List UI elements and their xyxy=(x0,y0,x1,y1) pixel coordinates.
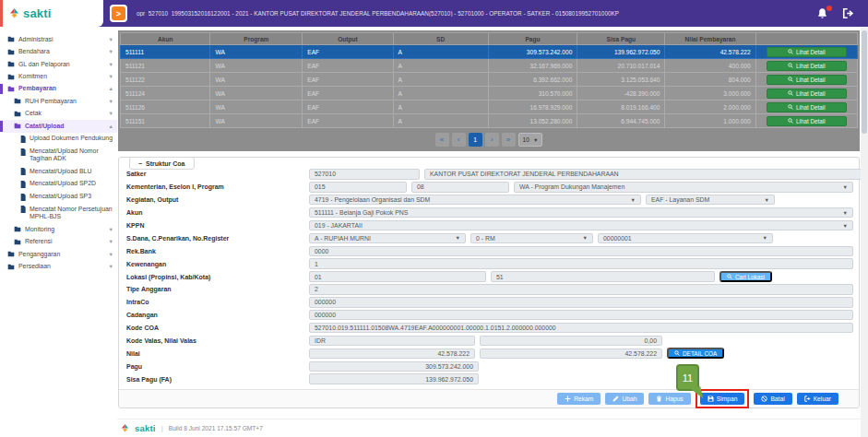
sidebar-toggle-button[interactable]: > xyxy=(112,6,125,20)
sidebar-item-persediaan[interactable]: Persediaan▼ xyxy=(0,260,117,272)
sidebar-item-komitmen[interactable]: Komitmen▼ xyxy=(0,70,117,82)
chevron-down-icon: ▼ xyxy=(631,197,636,203)
sidebar-item-bendahara[interactable]: Bendahara▼ xyxy=(0,45,117,57)
table-row[interactable]: 511126WAEAFA16.978.929.0008.019.166.4002… xyxy=(121,100,858,114)
cell-sd: A xyxy=(393,114,488,128)
akun-select[interactable]: 511111 - Belanja Gaji Pokok PNS ▼ xyxy=(309,207,853,218)
batal-button[interactable]: Batal xyxy=(754,393,791,405)
pagination: «‹1›»10▼ xyxy=(120,128,858,151)
rek-bank-input[interactable]: 0000 xyxy=(309,246,853,257)
kode-coa-input[interactable]: 527010.019.511111.01508WA.4719EAF.A00000… xyxy=(309,323,853,334)
page-size-select[interactable]: 10▼ xyxy=(518,133,543,147)
keluar-button[interactable]: Keluar xyxy=(797,393,838,405)
chevron-down-icon: ▼ xyxy=(843,223,848,229)
satker-name-input[interactable]: KANTOR PUSAT DIREKTORAT JENDERAL PERBEND… xyxy=(424,169,868,180)
chevron-down-icon: ▼ xyxy=(583,235,588,241)
sidebar-item-monitoring[interactable]: Monitoring▼ xyxy=(0,223,117,235)
lihat-detail-button[interactable]: Lihat Detail xyxy=(767,75,847,85)
form-row-kode-valas: Kode Valas, Nilai Valas IDR 0,00 xyxy=(125,335,853,348)
output-select-value: EAF - Layanan SDM xyxy=(651,196,709,203)
table-row[interactable]: 511151WAEAFA13.052.280.0006.944.745.0001… xyxy=(121,114,858,128)
column-header: SD xyxy=(393,33,488,45)
struktur-coa-tab[interactable]: − Struktur Coa xyxy=(129,157,195,170)
nilai-input-2[interactable]: 42.578.222 xyxy=(480,348,662,360)
notification-bell-icon[interactable] xyxy=(816,7,829,20)
table-row[interactable]: 511124WAEAFA310.570.000-428.390.0003.000… xyxy=(121,87,858,100)
page-1-button[interactable]: 1 xyxy=(469,133,482,147)
sidebar-item-penganggaran[interactable]: Penganggaran▼ xyxy=(0,248,117,260)
page-scrollbar[interactable] xyxy=(861,27,868,437)
pagu-input[interactable]: 309.573.242.000 xyxy=(309,361,479,372)
folder-icon xyxy=(7,49,15,55)
table-row[interactable]: 511111WAEAFA309.573.242.000139.962.972.0… xyxy=(121,45,858,59)
kppn-select[interactable]: 019 - JAKARTAII ▼ xyxy=(309,220,853,231)
rekam-label: Rekam xyxy=(574,396,593,402)
sumber-dana-select[interactable]: A - RUPIAH MURNI ▼ xyxy=(309,233,466,244)
no-register-select[interactable]: 00000001 ▼ xyxy=(598,233,773,244)
eselon-code-input[interactable]: 08 xyxy=(411,182,509,193)
hapus-button[interactable]: Hapus xyxy=(648,393,690,405)
program-select[interactable]: WA - Program Dukungan Manajemen ▼ xyxy=(514,182,853,193)
table-row[interactable]: 511122WAEAFA6.392.662.0003.125.053.64080… xyxy=(121,73,858,87)
kab-kota-input[interactable]: 51 xyxy=(491,271,715,282)
cadangan-input[interactable]: 000000 xyxy=(309,310,853,321)
prev-page-button[interactable]: ‹ xyxy=(452,133,466,147)
cell-sisa_pagu: -428.390.000 xyxy=(577,87,665,100)
cell-output: EAF xyxy=(303,45,393,59)
detail-coa-button[interactable]: DETAIL COA xyxy=(667,348,724,359)
sidebar-item-mencatat-upload-sp2d[interactable]: Mencatat/Upload SP2D xyxy=(0,178,117,191)
collapse-icon: − xyxy=(138,160,142,167)
cell-akun: 511111 xyxy=(121,45,210,59)
propinsi-input[interactable]: 01 xyxy=(309,271,486,282)
lihat-detail-button[interactable]: Lihat Detail xyxy=(767,61,847,71)
lihat-detail-button[interactable]: Lihat Detail xyxy=(767,116,847,126)
kode-valas-input[interactable]: IDR xyxy=(309,336,475,347)
sidebar-item-mencatat-upload-sp3[interactable]: Mencatat/Upload SP3 xyxy=(0,191,117,204)
lihat-detail-button[interactable]: Lihat Detail xyxy=(767,47,847,57)
sidebar-item-pembayaran[interactable]: Pembayaran▲ xyxy=(0,83,117,95)
tipe-anggaran-input[interactable]: 2 xyxy=(309,284,853,295)
next-page-button[interactable]: › xyxy=(485,133,499,147)
logout-icon[interactable] xyxy=(842,7,855,19)
lihat-detail-button[interactable]: Lihat Detail xyxy=(767,102,847,112)
output-select[interactable]: EAF - Layanan SDM ▼ xyxy=(646,195,775,206)
satker-code-input[interactable]: 527010 xyxy=(309,169,420,180)
intraco-input[interactable]: 000000 xyxy=(309,297,853,308)
lihat-detail-button[interactable]: Lihat Detail xyxy=(767,89,847,99)
last-page-button[interactable]: » xyxy=(502,133,516,147)
sidebar-item-upload-dokumen-pendukung[interactable]: Upload Dokumen Pendukung xyxy=(0,133,117,146)
sisa-pagu-input[interactable]: 139.962.972.050 xyxy=(309,373,479,384)
cara-penarikan-select[interactable]: 0 - RM ▼ xyxy=(470,233,593,244)
sidebar-item-referensi[interactable]: Referensi▼ xyxy=(0,235,117,247)
file-icon xyxy=(20,148,26,156)
rekam-button[interactable]: Rekam xyxy=(557,393,600,405)
sidebar-item-label: Administrasi xyxy=(18,36,105,43)
field-label: Kegiatan, Output xyxy=(125,196,309,203)
cell-sisa_pagu: 8.019.166.400 xyxy=(577,100,665,114)
sidebar-item-administrasi[interactable]: Administrasi▼ xyxy=(0,33,117,45)
sidebar-item-cetak[interactable]: Cetak▼ xyxy=(0,108,117,120)
pencil-icon xyxy=(612,396,619,402)
sidebar-item-mencatat-upload-blu[interactable]: Mencatat/Upload BLU xyxy=(0,165,117,178)
cell-akun: 511124 xyxy=(121,87,210,100)
first-page-button[interactable]: « xyxy=(435,133,449,147)
nilai-valas-input[interactable]: 0,00 xyxy=(480,336,662,347)
sidebar-item-catat-upload[interactable]: Catat/Upload▲ xyxy=(0,120,117,132)
search-icon xyxy=(674,350,680,356)
ubah-button[interactable]: Ubah xyxy=(605,393,644,405)
sidebar-item-ruh-pembayaran[interactable]: RUH Pembayaran▼ xyxy=(0,95,117,107)
field-label: KPPN xyxy=(125,222,309,229)
cell-program: WA xyxy=(210,45,303,59)
nilai-input-1[interactable]: 42.578.222 xyxy=(309,348,475,360)
simpan-button[interactable]: Simpan xyxy=(700,393,745,405)
sidebar-item-gl-dan-pelaporan[interactable]: GL dan Pelaporan▼ xyxy=(0,58,117,70)
kementerian-code-input[interactable]: 015 xyxy=(309,182,407,193)
kewenangan-input[interactable]: 1 xyxy=(309,258,853,269)
kegiatan-select[interactable]: 4719 - Pengelolaan Organisasi dan SDM ▼ xyxy=(309,195,641,206)
table-row[interactable]: 511121WAEAFA32.167.969.00020.710.017.014… xyxy=(121,59,858,73)
cell-program: WA xyxy=(210,114,303,128)
sidebar-item-mencatat-nomor-persetujuan-mphl-bjs[interactable]: Mencatat Nomor Persetujuan MPHL-BJS xyxy=(0,203,117,223)
sidebar-item-mencatat-upload-nomor-tagihan-adk[interactable]: Mencatat/Upload Nomor Tagihan ADK xyxy=(0,145,117,165)
cari-lokasi-button[interactable]: Cari Lokasi xyxy=(719,271,772,282)
scrollbar-thumb[interactable] xyxy=(862,30,867,134)
